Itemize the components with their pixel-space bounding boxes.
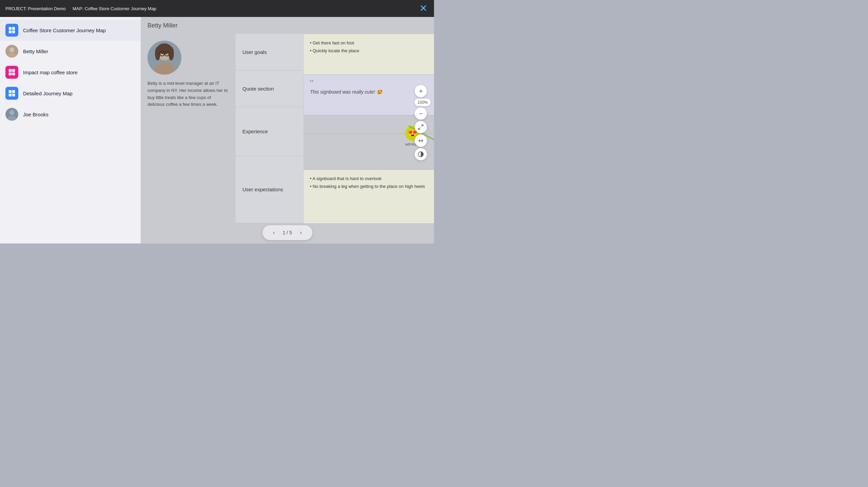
- svg-point-5: [9, 47, 14, 52]
- svg-line-28: [421, 125, 423, 126]
- header-project-label: PROJECT: Presentation Demo: [5, 6, 66, 11]
- svg-rect-14: [12, 94, 15, 96]
- sidebar: Coffee Store Customer Journey Map Betty …: [0, 17, 141, 244]
- main-content: Betty Miller Betty is a mid-level manage…: [141, 17, 434, 244]
- sidebar-item-impact-map[interactable]: Impact map coffee store: [0, 62, 141, 83]
- fit-width-button[interactable]: [415, 135, 427, 147]
- expectation-item-2: No breaking a leg when getting to the pl…: [310, 182, 434, 190]
- pagination: ‹ 1 / 5 ›: [262, 225, 312, 240]
- prev-page-button[interactable]: ‹: [269, 228, 279, 237]
- sidebar-label-detailed-journey: Detailed Journey Map: [23, 91, 73, 96]
- fit-screen-button[interactable]: [415, 121, 427, 133]
- sidebar-item-joe-brooks[interactable]: Joe Brooks: [0, 104, 141, 125]
- close-button[interactable]: ✕: [419, 4, 427, 13]
- svg-rect-12: [12, 90, 15, 93]
- card-experience-col1: 😍 admiration: [303, 115, 434, 170]
- sidebar-item-detailed-journey[interactable]: Detailed Journey Map: [0, 83, 141, 104]
- page-info: 1 / 5: [283, 230, 292, 235]
- label-user-goals: User goals: [236, 34, 303, 71]
- contrast-button[interactable]: [415, 148, 427, 160]
- svg-rect-2: [9, 31, 12, 33]
- header-map-label: MAP: Coffee Store Customer Journey Map: [73, 6, 156, 11]
- person-name: Betty Miller: [147, 22, 178, 29]
- card-expectations-col1: A signboard that is hard to overlook No …: [303, 170, 434, 223]
- card-user-goals-col1: Get there fast on foot Quickly locate th…: [303, 34, 434, 75]
- label-experience: Experience: [236, 107, 303, 156]
- zoom-in-button[interactable]: +: [415, 85, 427, 97]
- grid-icon-pink: [5, 66, 18, 79]
- label-quote-section: Quote section: [236, 71, 303, 107]
- sidebar-item-betty-miller[interactable]: Betty Miller: [0, 41, 141, 62]
- svg-rect-0: [9, 27, 12, 30]
- sidebar-label-betty-miller: Betty Miller: [23, 48, 48, 54]
- svg-rect-10: [12, 73, 15, 75]
- next-page-button[interactable]: ›: [296, 228, 305, 237]
- persona-photo: [147, 41, 181, 75]
- content-area: Get there fast on foot Quickly locate th…: [303, 34, 434, 223]
- svg-rect-13: [9, 94, 12, 96]
- sidebar-item-coffee-store-map[interactable]: Coffee Store Customer Journey Map: [0, 20, 141, 41]
- user-goal-item-1: Get there fast on foot: [310, 39, 434, 47]
- card-quote-col1: " This signboard was really cute! 🤩 ": [303, 75, 434, 115]
- grid-icon-blue: [5, 24, 18, 37]
- person-header: Betty Miller: [141, 17, 236, 34]
- labels-column: User goals Quote section Experience User…: [236, 34, 303, 223]
- svg-rect-9: [9, 73, 12, 75]
- persona-bio: Betty is a mid-level manager at an IT co…: [147, 80, 229, 108]
- header-separator: [68, 5, 70, 12]
- svg-rect-3: [12, 31, 15, 33]
- label-user-expectations: User expectations: [236, 156, 303, 223]
- persona-column: Betty is a mid-level manager at an IT co…: [141, 34, 236, 223]
- sidebar-label-impact-map: Impact map coffee store: [23, 70, 78, 75]
- svg-rect-7: [9, 69, 12, 72]
- zoom-out-button[interactable]: −: [415, 108, 427, 120]
- avatar-joe-brooks: [5, 108, 18, 121]
- grid-icon-blue2: [5, 87, 18, 100]
- sidebar-label-coffee-store-map: Coffee Store Customer Journey Map: [23, 27, 106, 33]
- user-goal-item-2: Quickly locate the place: [310, 47, 434, 55]
- avatar-betty-miller: [5, 45, 18, 58]
- user-goals-list: Get there fast on foot Quickly locate th…: [310, 39, 434, 55]
- svg-rect-1: [12, 27, 15, 30]
- expectation-item-1: A signboard that is hard to overlook: [310, 175, 434, 182]
- zoom-percent-display: 100%: [415, 99, 431, 106]
- expectations-list: A signboard that is hard to overlook No …: [310, 175, 434, 191]
- zoom-controls: + 100% −: [415, 85, 431, 160]
- svg-rect-11: [9, 90, 12, 93]
- svg-point-16: [9, 110, 14, 115]
- svg-rect-8: [12, 69, 15, 72]
- sidebar-label-joe-brooks: Joe Brooks: [23, 112, 48, 117]
- svg-line-29: [419, 128, 420, 129]
- header-bar: PROJECT: Presentation Demo MAP: Coffee S…: [0, 0, 434, 17]
